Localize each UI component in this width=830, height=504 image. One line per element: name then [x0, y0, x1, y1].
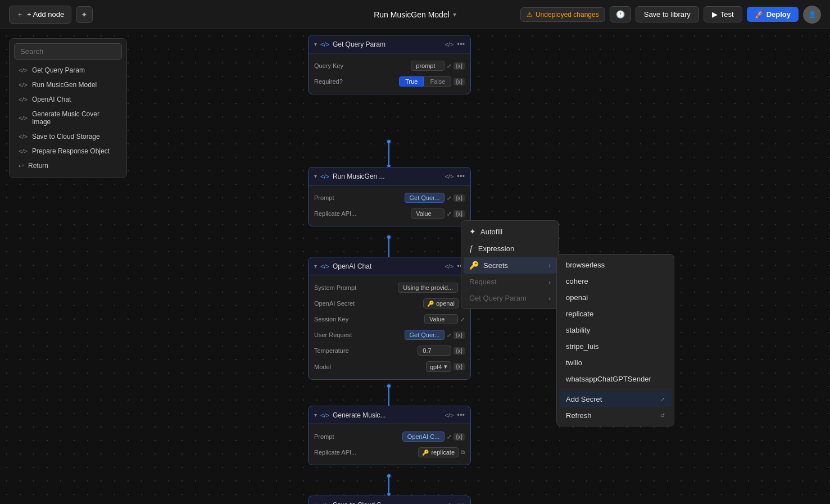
test-button[interactable]: ▶ Test — [704, 6, 742, 22]
copy-icon[interactable]: ⧉ — [461, 449, 465, 456]
toggle-false[interactable]: False — [424, 76, 451, 87]
code-icon: </> — [19, 115, 28, 121]
source-icon[interactable]: </> — [445, 173, 453, 180]
more-icon[interactable]: ••• — [457, 411, 465, 419]
ctx-sub-stripe-luis[interactable]: stripe_luis — [559, 338, 672, 355]
ctx-sub-browserless[interactable]: browserless — [559, 257, 672, 273]
temperature-value[interactable]: 0.7 — [418, 346, 451, 356]
collapse-icon[interactable]: ▾ — [314, 412, 317, 418]
ctx-sub-refresh[interactable]: Refresh ↺ — [559, 407, 672, 424]
history-button[interactable]: 🕐 — [610, 6, 631, 22]
query-key-value[interactable]: prompt — [411, 61, 445, 71]
more-icon[interactable]: ••• — [457, 501, 465, 504]
x-badge[interactable]: {x} — [453, 433, 465, 441]
prompt-tag[interactable]: Get Quer... — [405, 193, 445, 203]
code-icon: </> — [19, 148, 28, 155]
field-label: System Prompt — [314, 284, 359, 291]
ctx-sub-replicate[interactable]: replicate — [559, 306, 672, 322]
user-request-tag[interactable]: Get Quer... — [405, 330, 445, 340]
x-badge[interactable]: {x} — [453, 210, 465, 217]
source-icon[interactable]: </> — [445, 41, 453, 48]
key-icon: 🔑 — [422, 449, 429, 456]
node-title: Run MusicGen ... — [333, 172, 385, 180]
node-row-session-key: Session Key Value ⤢ — [314, 311, 465, 327]
sidebar-item-return[interactable]: ↩ Return — [14, 158, 122, 173]
node-header: ▾ </> Get Query Param </> ••• — [309, 35, 470, 53]
sidebar-item-label: Prepare Response Object — [32, 147, 110, 155]
replicate-select[interactable]: 🔑 replicate — [418, 447, 459, 457]
ctx-sub-openai[interactable]: openai — [559, 289, 672, 306]
ctx-sub-twilio[interactable]: twilio — [559, 355, 672, 371]
collapse-icon[interactable]: ▾ — [314, 41, 317, 47]
more-icon[interactable]: ••• — [457, 172, 465, 180]
sidebar-item-get-query-param[interactable]: </> Get Query Param — [14, 63, 122, 78]
collapse-icon[interactable]: ▾ — [314, 263, 317, 269]
toggle-true[interactable]: True — [399, 76, 424, 87]
ctx-autofill[interactable]: ✦ Autofill — [464, 223, 556, 240]
node-body: Prompt Get Quer... ⤢ {x} Replicate API..… — [309, 185, 470, 226]
openai-secret-select[interactable]: 🔑 openai — [423, 298, 459, 308]
sidebar-item-label: Return — [28, 162, 48, 170]
sidebar-item-openai-chat[interactable]: </> OpenAI Chat — [14, 92, 122, 107]
x-badge[interactable]: {x} — [453, 194, 465, 202]
ctx-secrets[interactable]: 🔑 Secrets › — [464, 257, 556, 274]
expand-icon[interactable]: ⤢ — [447, 63, 451, 69]
more-icon[interactable]: ••• — [457, 40, 465, 48]
expand-icon[interactable]: ⤢ — [460, 316, 465, 323]
collapse-icon[interactable]: ▾ — [314, 173, 317, 179]
code-icon: </> — [320, 502, 329, 505]
deploy-button[interactable]: 🚀 Deploy — [747, 7, 799, 22]
field-label: Prompt — [314, 194, 359, 201]
node-header: ▾ </> OpenAI Chat </> ••• — [309, 257, 470, 275]
rocket-icon: 🚀 — [755, 10, 764, 19]
ctx-sub-add-secret[interactable]: Add Secret ↗ — [559, 391, 672, 407]
divider — [559, 389, 672, 389]
x-badge[interactable]: {x} — [453, 62, 465, 70]
chevron-right-icon: › — [548, 295, 551, 302]
expand-icon[interactable]: ⤢ — [447, 211, 451, 217]
sidebar-item-generate-music[interactable]: </> Generate Music Cover Image — [14, 107, 122, 129]
add-node-button[interactable]: ＋ + Add node — [9, 6, 71, 24]
node-title: Get Query Param — [333, 40, 385, 48]
node-row-user-request: User Request Get Quer... ⤢ {x} — [314, 327, 465, 343]
session-key-value[interactable]: Value — [424, 314, 458, 324]
replicate-value[interactable]: Value — [411, 208, 445, 219]
sidebar-item-prepare-response[interactable]: </> Prepare Response Object — [14, 144, 122, 158]
canvas[interactable]: </> Get Query Param </> Run MusicGen Mod… — [0, 29, 830, 504]
expand-icon[interactable]: ⤢ — [447, 332, 451, 338]
expression-icon: ƒ — [469, 244, 474, 253]
ctx-expression[interactable]: ƒ Expression — [464, 240, 556, 257]
sidebar-item-save-cloud[interactable]: </> Save to Cloud Storage — [14, 129, 122, 144]
source-icon[interactable]: </> — [445, 412, 453, 419]
chevron-right-icon: › — [548, 262, 551, 269]
sidebar-item-label: Generate Music Cover Image — [32, 110, 117, 126]
sub-label: openai — [566, 293, 588, 302]
x-badge[interactable]: {x} — [453, 332, 465, 339]
sub-label: stability — [566, 326, 590, 334]
field-label: Replicate API... — [314, 449, 359, 456]
source-icon[interactable]: </> — [445, 263, 453, 270]
prompt-tag[interactable]: OpenAI C... — [402, 432, 445, 442]
source-icon[interactable]: </> — [445, 502, 453, 505]
expand-icon[interactable]: ⤢ — [447, 195, 451, 201]
x-badge[interactable]: {x} — [453, 78, 465, 85]
collapse-icon[interactable]: ▾ — [314, 502, 317, 504]
system-prompt-value[interactable]: Using the provid... — [398, 283, 458, 293]
ctx-sub-whatsapp[interactable]: whatsappChatGPTSender — [559, 371, 672, 387]
expand-icon[interactable]: ⤢ — [447, 434, 451, 440]
ctx-sub-stability[interactable]: stability — [559, 322, 672, 338]
node-header: ▾ </> Run MusicGen ... </> ••• — [309, 167, 470, 185]
topbar-center: Run MusicGen Model ▾ — [374, 10, 456, 19]
return-icon: ↩ — [19, 162, 24, 170]
save-library-button[interactable]: Save to library — [636, 6, 699, 22]
search-input[interactable] — [14, 43, 122, 60]
x-badge[interactable]: {x} — [453, 363, 465, 370]
x-badge[interactable]: {x} — [453, 347, 465, 355]
ctx-sub-cohere[interactable]: cohere — [559, 273, 672, 289]
magic-wand-button[interactable]: ✦ — [76, 6, 93, 23]
node-row-replicate: Replicate API... 🔑 replicate ⧉ — [314, 444, 465, 460]
avatar[interactable]: 👤 — [803, 6, 821, 24]
sidebar-item-run-musicgen[interactable]: </> Run MusicGen Model — [14, 78, 122, 92]
model-select[interactable]: gpt4 ▾ — [426, 361, 451, 372]
undeployed-badge: ⚠ Undeployed changes — [520, 7, 605, 22]
